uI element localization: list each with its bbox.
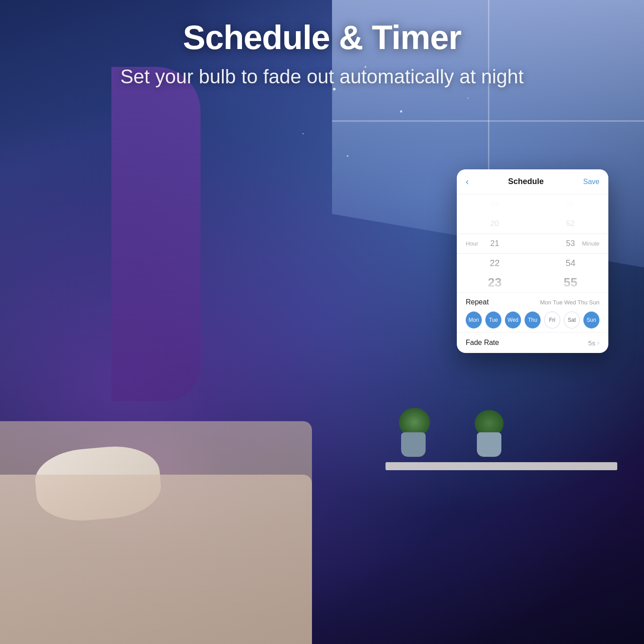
- page-subtitle: Set your bulb to fade out automatically …: [0, 66, 644, 88]
- repeat-summary: Mon Tue Wed Thu Sun: [540, 299, 599, 306]
- save-button[interactable]: Save: [583, 178, 599, 186]
- chevron-right-icon: ›: [597, 339, 599, 347]
- day-button-thu[interactable]: Thu: [525, 312, 541, 328]
- time-columns: 19 20 21 22 23 00 01 02 03 51 52 53 54 5…: [457, 194, 608, 292]
- schedule-app-panel: ‹ Schedule Save Hour Minute 19 20 21 22 …: [457, 169, 608, 353]
- headline-area: Schedule & Timer Set your bulb to fade o…: [0, 18, 644, 88]
- hour-row: 20: [457, 214, 533, 234]
- repeat-section: Repeat Mon Tue Wed Thu Sun Mon Tue Wed T…: [457, 292, 608, 332]
- minute-row: 54: [533, 253, 608, 273]
- repeat-label: Repeat: [466, 298, 489, 306]
- day-button-mon[interactable]: Mon: [466, 312, 482, 328]
- curtain-decoration: [111, 67, 201, 401]
- minute-row: 53: [533, 234, 608, 253]
- minute-row: 52: [533, 214, 608, 234]
- minute-column[interactable]: 51 52 53 54 55 56 57 58 59: [533, 194, 608, 292]
- selected-hour: 23: [457, 273, 533, 292]
- fade-rate-section[interactable]: Fade Rate 5s ›: [457, 332, 608, 353]
- hour-row: 21: [457, 234, 533, 253]
- day-button-tue[interactable]: Tue: [485, 312, 501, 328]
- plant-1: [401, 432, 426, 457]
- app-title: Schedule: [508, 177, 544, 186]
- hour-row: 19: [457, 194, 533, 214]
- fade-rate-label: Fade Rate: [466, 339, 499, 347]
- minute-row: 51: [533, 194, 608, 214]
- fade-rate-value: 5s ›: [588, 339, 599, 347]
- hour-column[interactable]: 19 20 21 22 23 00 01 02 03: [457, 194, 533, 292]
- back-button[interactable]: ‹: [466, 176, 469, 187]
- day-button-sat[interactable]: Sat: [564, 312, 580, 328]
- day-button-fri[interactable]: Fri: [544, 312, 560, 328]
- fade-rate-number: 5s: [588, 339, 595, 347]
- app-header: ‹ Schedule Save: [457, 169, 608, 194]
- windowsill-decoration: [386, 462, 617, 470]
- day-buttons-row: Mon Tue Wed Thu Fri Sat Sun: [466, 312, 599, 328]
- time-picker[interactable]: Hour Minute 19 20 21 22 23 00 01 02 03 5…: [457, 194, 608, 292]
- repeat-header: Repeat Mon Tue Wed Thu Sun: [466, 298, 599, 306]
- day-button-sun[interactable]: Sun: [583, 312, 599, 328]
- day-button-wed[interactable]: Wed: [505, 312, 521, 328]
- page-title: Schedule & Timer: [0, 18, 644, 57]
- blanket-decoration: [0, 475, 312, 644]
- selected-minute: 55: [533, 273, 608, 292]
- plant-2: [477, 432, 501, 457]
- hour-row: 22: [457, 253, 533, 273]
